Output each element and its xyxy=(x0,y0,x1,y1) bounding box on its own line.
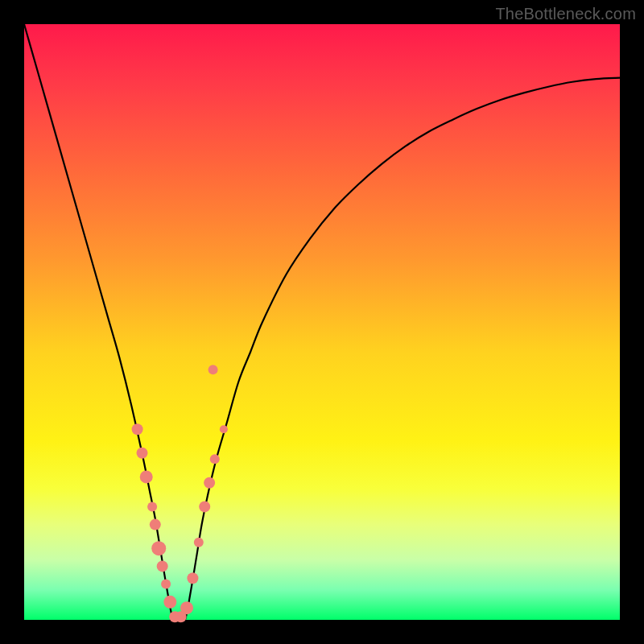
chart-svg xyxy=(24,24,620,620)
watermark-text: TheBottleneck.com xyxy=(495,5,636,23)
data-marker xyxy=(194,538,204,547)
data-marker xyxy=(163,596,176,609)
data-markers xyxy=(132,365,228,622)
data-marker xyxy=(157,560,168,572)
data-marker xyxy=(151,541,166,555)
data-marker xyxy=(210,454,220,464)
data-marker xyxy=(199,501,210,512)
data-marker xyxy=(140,470,153,483)
data-marker xyxy=(137,448,148,459)
bottleneck-curve xyxy=(24,24,620,622)
data-marker xyxy=(180,601,193,614)
data-marker xyxy=(132,423,143,435)
data-marker xyxy=(204,477,215,489)
data-marker xyxy=(150,519,161,530)
data-marker xyxy=(208,365,218,374)
chart-area xyxy=(24,24,620,620)
data-marker xyxy=(161,580,171,589)
data-marker xyxy=(220,425,228,433)
data-marker xyxy=(187,572,198,584)
data-marker xyxy=(147,502,157,511)
